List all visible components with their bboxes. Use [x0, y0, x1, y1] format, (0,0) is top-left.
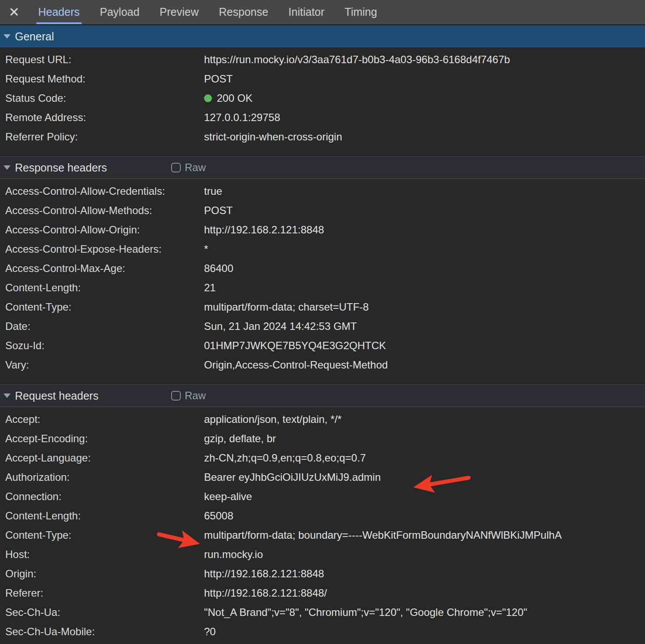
- request-headers-content: Accept:application/json, text/plain, */*…: [0, 407, 645, 641]
- header-row: Sozu-Id:01HMP7JWKQE7B5YQ4E3G2QHTCK: [0, 336, 645, 355]
- header-name: Accept:: [0, 413, 204, 426]
- header-name: Authorization:: [0, 471, 204, 483]
- header-value: http://192.168.2.121:8848/: [204, 587, 327, 599]
- header-row: Accept-Encoding:gzip, deflate, br: [0, 429, 645, 448]
- header-row: Referrer Policy:strict-origin-when-cross…: [0, 127, 645, 147]
- header-name: Access-Control-Allow-Methods:: [0, 204, 204, 217]
- network-detail-toolbar: ✕ Headers Payload Preview Response Initi…: [0, 0, 645, 25]
- header-name: Access-Control-Allow-Origin:: [0, 224, 204, 236]
- raw-toggle[interactable]: Raw: [171, 157, 206, 179]
- header-value: POST: [204, 73, 233, 85]
- raw-checkbox[interactable]: [171, 391, 181, 401]
- response-headers-content: Access-Control-Allow-Credentials:trueAcc…: [0, 179, 645, 375]
- disclosure-triangle-icon: [4, 34, 11, 39]
- tab-payload[interactable]: Payload: [100, 0, 140, 24]
- header-name: Content-Length:: [0, 510, 204, 522]
- header-name: Vary:: [0, 359, 204, 371]
- header-value: 86400: [204, 262, 233, 275]
- header-row: Content-Length:21: [0, 278, 645, 297]
- header-row: Access-Control-Allow-Methods:POST: [0, 201, 645, 220]
- header-value: http://192.168.2.121:8848: [204, 568, 324, 580]
- header-name: Connection:: [0, 490, 204, 503]
- header-row: Sec-Ch-Ua:"Not_A Brand";v="8", "Chromium…: [0, 603, 645, 622]
- close-icon[interactable]: ✕: [0, 0, 28, 24]
- raw-checkbox[interactable]: [171, 163, 181, 172]
- header-value: zh-CN,zh;q=0.9,en;q=0.8,eo;q=0.7: [204, 452, 366, 464]
- header-row: Access-Control-Max-Age:86400: [0, 259, 645, 278]
- tab-initiator[interactable]: Initiator: [288, 0, 324, 24]
- header-row: Access-Control-Allow-Origin:http://192.1…: [0, 220, 645, 240]
- header-name: Remote Address:: [0, 111, 204, 124]
- header-value: Bearer eyJhbGciOiJIUzUxMiJ9.admin: [204, 471, 381, 483]
- header-value: *: [204, 243, 208, 255]
- section-gap: [0, 147, 645, 156]
- header-name: Accept-Language:: [0, 452, 204, 464]
- section-title: General: [15, 30, 54, 43]
- section-title: Response headers: [15, 161, 107, 174]
- header-row: Access-Control-Allow-Credentials:true: [0, 182, 645, 201]
- header-value: keep-alive: [204, 490, 252, 503]
- header-value: true: [204, 185, 222, 197]
- header-name: Referer:: [0, 587, 204, 599]
- response-headers-section-header[interactable]: Response headers Raw: [0, 156, 645, 179]
- header-row: Remote Address:127.0.0.1:29758: [0, 108, 645, 127]
- header-value: ?0: [204, 626, 216, 638]
- header-value: gzip, deflate, br: [204, 433, 276, 445]
- header-name: Accept-Encoding:: [0, 433, 204, 445]
- status-ok-dot-icon: [204, 94, 212, 102]
- header-row: Connection:keep-alive: [0, 487, 645, 506]
- header-row: Content-Type:multipart/form-data; bounda…: [0, 526, 645, 545]
- header-name: Content-Type:: [0, 529, 204, 541]
- header-name: Content-Type:: [0, 301, 204, 313]
- header-name: Origin:: [0, 568, 204, 580]
- header-name: Content-Length:: [0, 282, 204, 294]
- header-row: Host:run.mocky.io: [0, 545, 645, 564]
- general-section-content: Request URL:https://run.mocky.io/v3/3aa7…: [0, 47, 645, 147]
- general-section-header[interactable]: General: [0, 25, 645, 47]
- header-value: run.mocky.io: [204, 548, 263, 561]
- header-value: Origin,Access-Control-Request-Method: [204, 359, 388, 371]
- header-value: 127.0.0.1:29758: [204, 111, 280, 124]
- header-value: multipart/form-data; charset=UTF-8: [204, 301, 369, 313]
- tab-headers[interactable]: Headers: [38, 0, 80, 24]
- tab-timing[interactable]: Timing: [344, 0, 377, 24]
- header-value: "Not_A Brand";v="8", "Chromium";v="120",…: [204, 606, 527, 619]
- header-row: Vary:Origin,Access-Control-Request-Metho…: [0, 355, 645, 375]
- header-name: Referrer Policy:: [0, 131, 204, 143]
- header-value: 200 OK: [204, 92, 252, 104]
- header-row: Origin:http://192.168.2.121:8848: [0, 564, 645, 583]
- raw-toggle[interactable]: Raw: [171, 385, 206, 407]
- header-row: Authorization:Bearer eyJhbGciOiJIUzUxMiJ…: [0, 468, 645, 487]
- header-row: Request URL:https://run.mocky.io/v3/3aa7…: [0, 50, 645, 69]
- section-title: Request headers: [15, 390, 98, 402]
- header-name: Date:: [0, 320, 204, 333]
- header-row: Status Code:200 OK: [0, 89, 645, 108]
- header-row: Access-Control-Expose-Headers:*: [0, 240, 645, 259]
- disclosure-triangle-icon: [4, 165, 11, 170]
- header-row: Request Method:POST: [0, 69, 645, 89]
- disclosure-triangle-icon: [4, 394, 11, 398]
- header-row: Date:Sun, 21 Jan 2024 14:42:53 GMT: [0, 317, 645, 336]
- header-name: Request URL:: [0, 54, 204, 66]
- header-value: strict-origin-when-cross-origin: [204, 131, 342, 143]
- header-value: multipart/form-data; boundary=----WebKit…: [204, 529, 562, 541]
- header-name: Sec-Ch-Ua:: [0, 606, 204, 619]
- header-value: POST: [204, 204, 233, 217]
- header-value: application/json, text/plain, */*: [204, 413, 342, 426]
- header-name: Request Method:: [0, 73, 204, 85]
- header-value: 65008: [204, 510, 233, 522]
- header-row: Content-Length:65008: [0, 506, 645, 526]
- header-row: Accept-Language:zh-CN,zh;q=0.9,en;q=0.8,…: [0, 448, 645, 468]
- header-name: Access-Control-Allow-Credentials:: [0, 185, 204, 197]
- raw-checkbox-label: Raw: [185, 390, 206, 402]
- tab-preview[interactable]: Preview: [160, 0, 199, 24]
- header-name: Host:: [0, 548, 204, 561]
- header-name: Access-Control-Max-Age:: [0, 262, 204, 275]
- header-row: Sec-Ch-Ua-Mobile:?0: [0, 622, 645, 641]
- header-row: Content-Type:multipart/form-data; charse…: [0, 297, 645, 317]
- header-value: Sun, 21 Jan 2024 14:42:53 GMT: [204, 320, 357, 333]
- request-headers-section-header[interactable]: Request headers Raw: [0, 384, 645, 407]
- header-value: 01HMP7JWKQE7B5YQ4E3G2QHTCK: [204, 340, 386, 352]
- header-name: Sozu-Id:: [0, 340, 204, 352]
- tab-response[interactable]: Response: [219, 0, 269, 24]
